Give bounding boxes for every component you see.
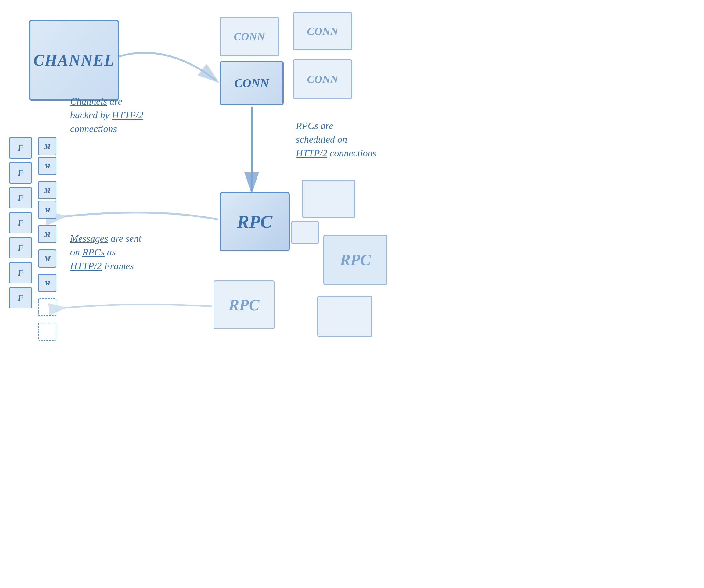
rpc-box-bottom-center: RPC (214, 280, 275, 329)
rpc-box-right-bottom (317, 296, 372, 337)
conn-top-right-label: CONN (307, 25, 338, 38)
conn-mid-right-label: CONN (307, 73, 338, 86)
msg-box-3: M (38, 225, 56, 243)
channel-box: CHANNEL (29, 20, 119, 101)
frame-box-3: F (9, 187, 32, 208)
msg-box-dashed-1 (38, 298, 56, 316)
rpc-right-large-label: RPC (340, 251, 371, 269)
channels-word: Channels (70, 96, 107, 107)
frame-column: F F F F F F F (9, 137, 32, 309)
msg-box-2a: M (38, 181, 56, 199)
frame-box-1: F (9, 137, 32, 158)
msg-box-1a: M (38, 137, 56, 155)
channel-label: CHANNEL (34, 51, 114, 69)
rpc-box-right-small (291, 221, 319, 244)
msg-box-2b: M (38, 201, 56, 219)
conn-box-mid-left: CONN (220, 61, 284, 105)
annotation-rpcs-scheduled: RPCs are scheduled on HTTP/2 connections (296, 119, 376, 160)
frame-box-4: F (9, 212, 32, 234)
diagram-container: CHANNEL CONN CONN CONN CONN RPC RPC RPC … (0, 0, 704, 588)
conn-mid-left-label: CONN (234, 76, 269, 90)
frame-box-7: F (9, 287, 32, 309)
message-column: M M M M M M M (38, 137, 56, 341)
msg-box-4: M (38, 249, 56, 268)
frame-box-5: F (9, 237, 32, 259)
conn-box-top-right: CONN (293, 12, 352, 50)
frame-box-2: F (9, 162, 32, 184)
rpc-box-main: RPC (220, 192, 290, 252)
conn-box-top-left: CONN (220, 17, 279, 56)
annotation-messages-sent: Messages are sent on RPCs as HTTP/2 Fram… (70, 232, 141, 272)
conn-top-left-label: CONN (234, 30, 265, 43)
rpc-box-right-large: RPC (323, 235, 388, 285)
rpc-bottom-label: RPC (228, 296, 259, 314)
msg-box-5: M (38, 274, 56, 292)
annotation-channels-backed: Channels are backed by HTTP/2 connection… (70, 94, 143, 135)
rpc-main-label: RPC (237, 211, 273, 232)
conn-box-mid-right: CONN (293, 59, 352, 99)
frame-box-6: F (9, 262, 32, 283)
rpc-box-right-top (302, 180, 355, 218)
msg-box-dashed-2 (38, 323, 56, 341)
msg-box-1b: M (38, 157, 56, 175)
